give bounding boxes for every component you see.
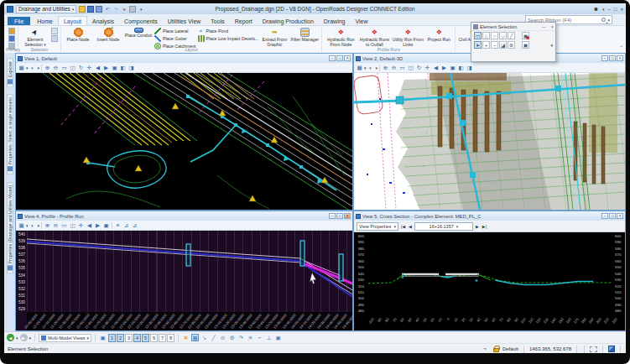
pin-icon[interactable] (121, 6, 128, 13)
select-block-tool[interactable]: ▭ (474, 32, 482, 39)
copy-view-icon[interactable] (102, 221, 110, 229)
clip-mask-icon[interactable] (128, 64, 135, 71)
clip-volume-icon[interactable] (119, 64, 127, 71)
pan-view-icon[interactable] (77, 221, 85, 229)
filter-manager-button[interactable]: Filter Manager (290, 28, 319, 43)
select-add-tool[interactable]: + (482, 41, 490, 49)
ribbon-tab[interactable]: Drawing Production (258, 17, 319, 25)
dialog-close-button[interactable]: × (551, 24, 554, 29)
nearest-snap-icon[interactable] (200, 334, 208, 341)
view-previous-icon[interactable] (86, 221, 93, 229)
insert-node-button[interactable]: Insert Node (94, 28, 122, 43)
view-toggle-button[interactable]: 8 (167, 334, 174, 342)
view-minimize-button[interactable]: – (601, 213, 608, 219)
view-2-canvas[interactable] (354, 73, 625, 211)
view-minimize-button[interactable]: – (329, 213, 336, 219)
copy-view-icon[interactable] (449, 64, 456, 71)
previous-station-button[interactable]: ◀ (408, 224, 413, 229)
accusnap-toggle-icon[interactable] (191, 334, 199, 341)
view-4-title-bar[interactable]: View 4, Profile - Profile Run – □ × (16, 211, 352, 221)
save-icon[interactable] (87, 6, 94, 13)
dialog-title-bar[interactable]: Element Selection — × (471, 23, 555, 31)
minimize-button[interactable]: – (608, 7, 611, 12)
view-next-icon[interactable] (440, 64, 448, 71)
fit-view-icon[interactable] (69, 64, 76, 71)
select-circle-tool[interactable]: ○ (491, 32, 498, 39)
adjust-view-brightness-icon[interactable] (29, 64, 37, 71)
ribbon-tab[interactable]: Utilities View (163, 17, 206, 25)
window-area-icon[interactable] (398, 64, 406, 71)
select-shape-tool[interactable]: △ (482, 32, 490, 39)
view-restore-button[interactable]: □ (336, 55, 343, 61)
view-previous-icon[interactable] (432, 64, 440, 71)
select-ellipse-tool[interactable]: ◇ (499, 32, 507, 39)
ribbon-tab[interactable]: Home (32, 17, 58, 25)
dialog-minimize-button[interactable]: — (542, 24, 546, 29)
view-toggle-button[interactable]: 7 (159, 334, 166, 342)
view-close-button[interactable]: × (617, 55, 623, 61)
zoom-in-icon[interactable] (382, 64, 389, 71)
profile-intersect-icon[interactable] (114, 221, 122, 229)
print-icon[interactable] (129, 6, 136, 13)
place-conduit-button[interactable]: Place Conduit (124, 28, 153, 39)
select-all-tool[interactable]: ▣ (522, 41, 529, 49)
first-station-button[interactable]: |◀ (400, 224, 406, 229)
view-toggle-button[interactable]: 6 (150, 334, 158, 342)
redo-icon[interactable] (112, 6, 119, 13)
save-settings-icon[interactable] (96, 6, 102, 13)
view-minimize-button[interactable]: – (329, 55, 336, 61)
display-style-icon[interactable] (367, 64, 375, 71)
active-model-label[interactable]: Default (502, 346, 518, 351)
view-redo-icon[interactable]: ▶ (20, 334, 28, 341)
profile-settings-icon[interactable] (131, 221, 138, 229)
view-toggle-button[interactable]: 2 (117, 334, 124, 342)
pan-view-icon[interactable] (424, 64, 431, 71)
rotate-view-icon[interactable] (415, 64, 423, 71)
fit-view-icon[interactable] (407, 64, 414, 71)
view-1-canvas[interactable] (16, 73, 352, 211)
ribbon-tab[interactable]: Analysis (87, 17, 119, 25)
display-style-icon[interactable] (29, 221, 37, 229)
view-close-button[interactable]: × (617, 213, 623, 219)
window-area-icon[interactable] (60, 221, 68, 229)
clip-volume-icon[interactable] (457, 64, 465, 71)
docked-panel-tab[interactable]: Properties (Drainage and Utilities Model… (7, 182, 13, 273)
zoom-out-icon[interactable] (390, 64, 398, 71)
docked-panel-tab[interactable]: Explorer (7, 58, 13, 87)
selection-options-icon[interactable] (51, 35, 58, 42)
view-attributes-icon[interactable] (18, 64, 25, 71)
fence-mode-icon[interactable] (590, 346, 597, 352)
qat-dropdown-icon[interactable] (138, 6, 144, 13)
view-next-icon[interactable] (102, 64, 110, 71)
place-pond-button[interactable]: Place Pond (198, 28, 259, 34)
pan-view-icon[interactable] (86, 64, 93, 71)
station-dropdown[interactable]: 16+16.1357 ▾ (414, 222, 473, 231)
clear-selection-tool[interactable]: ▣ (522, 32, 529, 39)
view-undo-icon[interactable]: ◀ (7, 334, 14, 341)
intersection-snap-icon[interactable] (247, 334, 254, 341)
view-5-title-bar[interactable]: View 5, Cross Section - Complex Element:… (354, 211, 625, 221)
view-4-canvas[interactable]: 540539538537536535534533532531530529 (16, 231, 352, 330)
hydraulic-run-from-node-button[interactable]: Hydraulic Run From Node (325, 28, 357, 47)
view-groups-icon[interactable] (99, 334, 107, 341)
zoom-in-icon[interactable] (44, 64, 51, 71)
view-close-button[interactable]: × (344, 55, 351, 61)
ribbon-tab[interactable]: Components (119, 17, 163, 25)
utility-run-from-links-button[interactable]: Utility Run From Links (392, 28, 424, 47)
select-inside-tool[interactable]: ◪ (499, 41, 507, 49)
project-run-button[interactable]: Project Run (425, 28, 452, 43)
view-toggle-button[interactable]: 1 (108, 334, 116, 342)
workflow-selector[interactable]: Drainage and Utilities ▾ (16, 5, 76, 13)
place-gutter-button[interactable]: Place Gutter (154, 35, 196, 42)
origin-snap-icon[interactable] (237, 334, 245, 341)
view-toggle-button[interactable]: 3 (125, 334, 133, 342)
attach-tools-icon[interactable] (8, 28, 15, 34)
next-station-button[interactable]: ▶ (475, 224, 480, 229)
ribbon-tab[interactable]: Tools (206, 17, 229, 25)
view-toggle-button[interactable]: 5 (142, 334, 149, 342)
place-low-impact-button[interactable]: Place Low Impact Develo... (198, 35, 259, 42)
ribbon-tab[interactable]: Drawing (319, 17, 351, 25)
dialog-expand-icon[interactable]: ▾ (550, 43, 553, 48)
models-icon[interactable] (8, 35, 15, 42)
snap-divisor-icon[interactable] (182, 334, 190, 341)
